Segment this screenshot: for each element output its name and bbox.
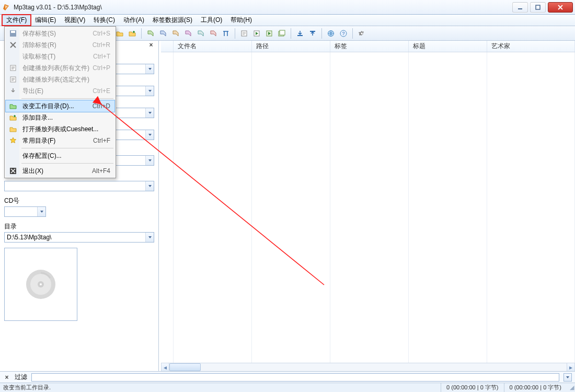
menuitem-label: 退出(X) bbox=[22, 167, 43, 176]
menu-view[interactable]: 视图(V) bbox=[60, 15, 89, 26]
toolbar-action-run-button[interactable] bbox=[251, 28, 262, 39]
menu-actions[interactable]: 动作(A) bbox=[119, 15, 148, 26]
svg-rect-17 bbox=[280, 30, 285, 35]
blank-icon bbox=[9, 152, 17, 160]
menuitem-S: 保存标签(S)Ctrl+S bbox=[6, 28, 114, 39]
menuitem-label: 读取标签(T) bbox=[22, 52, 55, 61]
svg-point-27 bbox=[40, 283, 42, 285]
discno-combo[interactable] bbox=[4, 206, 46, 217]
filter-close-icon[interactable]: × bbox=[3, 374, 10, 381]
menu-convert[interactable]: 转换(C) bbox=[89, 15, 119, 26]
menuitem-label: 清除标签(R) bbox=[22, 41, 56, 50]
horizontal-scrollbar[interactable]: ◂ ▸ bbox=[161, 363, 575, 371]
menuitem-item[interactable]: 添加目录... bbox=[6, 112, 114, 123]
svg-rect-0 bbox=[518, 8, 522, 9]
directory-label: 目录 bbox=[4, 222, 154, 231]
chevron-down-icon[interactable] bbox=[145, 156, 154, 165]
toolbar-text-button[interactable] bbox=[220, 28, 232, 39]
maximize-button[interactable] bbox=[530, 2, 546, 13]
toolbar-tag4-button[interactable] bbox=[182, 28, 194, 39]
svg-text:?: ? bbox=[342, 31, 344, 36]
scroll-thumb[interactable] bbox=[169, 363, 201, 371]
file-list: 文件名 路径 标签 标题 艺术家 ◂ ▸ bbox=[161, 41, 575, 371]
select-all-header[interactable] bbox=[161, 41, 174, 52]
toolbar-settings-button[interactable] bbox=[356, 28, 367, 39]
folder-a-icon bbox=[9, 113, 17, 122]
menuitem-C[interactable]: 保存配置(C)... bbox=[6, 150, 114, 162]
composer-combo[interactable] bbox=[4, 181, 154, 191]
toolbar-tag5-button[interactable] bbox=[195, 28, 206, 39]
menuitem-X[interactable]: 退出(X)Alt+F4 bbox=[6, 165, 114, 177]
toolbar-run-all-button[interactable] bbox=[276, 28, 288, 39]
toolbar-run-button[interactable] bbox=[263, 28, 275, 39]
menuitem-item: 创建播放列表(所有文件)Ctrl+P bbox=[6, 62, 114, 74]
chevron-down-icon[interactable] bbox=[145, 86, 154, 96]
discno-label: CD号 bbox=[4, 197, 154, 205]
resize-grip-icon[interactable]: ◢ bbox=[567, 384, 575, 391]
menuitem-shortcut: Ctrl+P bbox=[93, 64, 110, 72]
scroll-right-icon[interactable]: ▸ bbox=[567, 363, 575, 371]
status-text: 改变当前工作目录. bbox=[0, 384, 441, 391]
filter-input[interactable] bbox=[31, 373, 559, 382]
menu-separator bbox=[21, 98, 113, 99]
scroll-left-icon[interactable]: ◂ bbox=[161, 363, 169, 371]
close-button[interactable] bbox=[548, 2, 573, 13]
menuitem-Cuesheet[interactable]: 打开播放列表或Cuesheet... bbox=[6, 123, 114, 135]
col-path[interactable]: 路径 bbox=[252, 41, 330, 52]
toolbar-dir-add-button[interactable] bbox=[126, 28, 138, 39]
chevron-down-icon[interactable] bbox=[145, 233, 154, 242]
star-icon bbox=[9, 136, 17, 145]
list-body[interactable] bbox=[161, 52, 575, 363]
toolbar-globe-button[interactable] bbox=[325, 28, 337, 39]
list-header: 文件名 路径 标签 标题 艺术家 bbox=[161, 41, 575, 52]
window-title: Mp3tag v3.01 - D:\5.13\Mp3tag\ bbox=[14, 4, 510, 11]
menu-tagsources[interactable]: 标签数据源(S) bbox=[148, 15, 197, 26]
blank-icon bbox=[9, 52, 17, 61]
menuitem-label: 创建播放列表(选定文件) bbox=[22, 75, 89, 84]
panel-close-icon[interactable]: × bbox=[147, 41, 155, 49]
col-tag[interactable]: 标签 bbox=[330, 41, 409, 52]
toolbar-export-button[interactable] bbox=[307, 28, 318, 39]
col-filename[interactable]: 文件名 bbox=[174, 41, 252, 52]
col-title[interactable]: 标题 bbox=[409, 41, 487, 52]
toolbar-separator bbox=[235, 28, 235, 39]
toolbar-import-button[interactable] bbox=[294, 28, 306, 39]
directory-combo[interactable]: D:\5.13\Mp3tag\ bbox=[4, 232, 154, 243]
menu-separator bbox=[21, 148, 113, 148]
status-count-1: 0 (00:00:00 | 0 字节) bbox=[441, 383, 503, 392]
menu-tools[interactable]: 工具(O) bbox=[197, 15, 226, 26]
menuitem-shortcut: Ctrl+S bbox=[93, 30, 110, 37]
toolbar-tag3-button[interactable] bbox=[170, 28, 181, 39]
chevron-down-icon[interactable] bbox=[37, 207, 45, 216]
menuitem-F[interactable]: 常用目录(F)Ctrl+F bbox=[6, 135, 114, 146]
menuitem-R: 清除标签(R)Ctrl+R bbox=[6, 39, 114, 51]
window-buttons bbox=[510, 2, 573, 13]
chevron-down-icon[interactable] bbox=[145, 108, 154, 118]
disc-icon bbox=[24, 268, 58, 301]
menu-file[interactable]: 文件(F) bbox=[2, 15, 31, 26]
toolbar-tag1-button[interactable] bbox=[145, 28, 156, 39]
menu-edit[interactable]: 编辑(E) bbox=[31, 15, 60, 26]
app-icon bbox=[2, 3, 10, 11]
menuitem-shortcut: Ctrl+E bbox=[93, 87, 110, 95]
cover-art-box[interactable] bbox=[4, 248, 77, 321]
menu-help[interactable]: 帮助(H) bbox=[226, 15, 256, 26]
toolbar-tag2-button[interactable] bbox=[157, 28, 169, 39]
playlist-icon bbox=[9, 64, 17, 72]
minimize-button[interactable] bbox=[512, 2, 528, 13]
toolbar-help-button[interactable]: ? bbox=[338, 28, 349, 39]
chevron-down-icon[interactable] bbox=[145, 64, 154, 74]
menuitem-E: 导出(E)Ctrl+E bbox=[6, 85, 114, 97]
folder-g-icon bbox=[9, 102, 17, 110]
filter-drop-icon[interactable] bbox=[564, 373, 572, 382]
menu-separator bbox=[21, 163, 113, 164]
chevron-down-icon[interactable] bbox=[145, 130, 154, 140]
chevron-down-icon[interactable] bbox=[145, 181, 154, 191]
menuitem-shortcut: Ctrl+F bbox=[93, 137, 110, 144]
filter-label: 过滤 bbox=[15, 373, 27, 382]
toolbar-tag6-button[interactable] bbox=[208, 28, 219, 39]
toolbar-action-button[interactable] bbox=[238, 28, 250, 39]
menuitem-D[interactable]: 改变工作目录(D)...Ctrl+D bbox=[6, 100, 114, 112]
exit-icon bbox=[9, 167, 17, 175]
col-artist[interactable]: 艺术家 bbox=[487, 41, 575, 52]
